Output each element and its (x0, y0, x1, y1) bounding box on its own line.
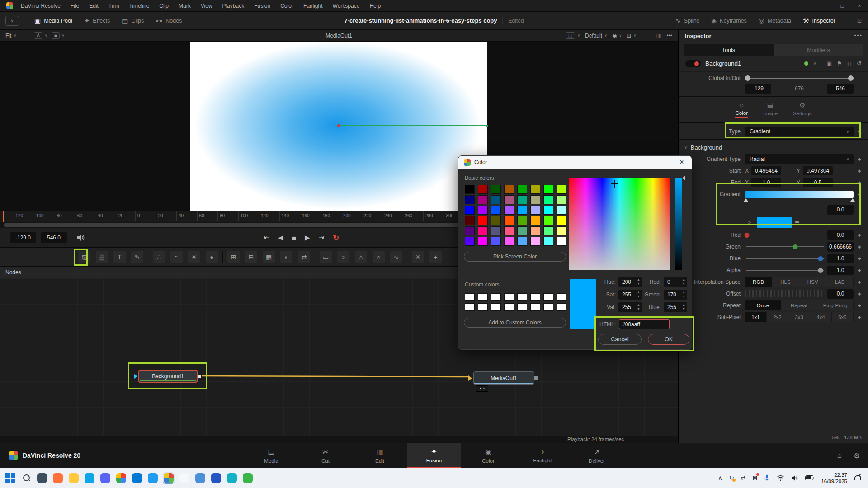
custom-color-swatch[interactable] (530, 293, 540, 301)
m-app-tray-icon[interactable]: M (753, 474, 758, 481)
interpolation-option[interactable]: HSV (799, 277, 826, 287)
taskbar-app-icon[interactable] (115, 472, 127, 484)
basic-color-swatch[interactable] (557, 216, 566, 225)
channel-slider[interactable] (745, 244, 825, 250)
keyframe-diamond-icon[interactable] (854, 280, 865, 284)
start-x-field[interactable]: 0.495454 (751, 166, 781, 175)
fusion-tool-button[interactable]: T (113, 251, 126, 263)
type-dropdown[interactable]: Gradient∨ (745, 127, 854, 136)
subpixel-option[interactable]: 3x3 (788, 312, 810, 322)
basic-color-swatch[interactable] (530, 216, 540, 225)
section-tab[interactable]: ▤ Image (761, 101, 779, 122)
page-tab-fairlight[interactable]: ♪Fairlight (515, 443, 570, 468)
start-y-field[interactable]: 0.497304 (803, 166, 833, 175)
fusion-tool-button[interactable]: ∿ (390, 251, 402, 263)
node-output-port[interactable] (198, 375, 201, 378)
basic-color-swatch[interactable] (557, 206, 566, 215)
play-button[interactable]: ▶ (305, 234, 310, 242)
channel-slider[interactable] (745, 255, 825, 262)
channel-select[interactable]: A∨ (34, 32, 47, 39)
repeat-option[interactable]: Once (745, 300, 781, 310)
gradient-end-handle[interactable] (486, 125, 488, 127)
fusion-tool-button[interactable]: ⊞ (227, 251, 240, 263)
lock-icon[interactable]: ⊓ (847, 60, 852, 67)
global-out-field[interactable]: 546 (827, 84, 854, 94)
custom-color-swatch[interactable] (543, 293, 553, 301)
gradient-preview-image[interactable] (190, 42, 487, 211)
fusion-tool-button[interactable]: ○ (337, 251, 349, 263)
hue-field[interactable]: 200▲▼ (618, 277, 642, 287)
volume-icon[interactable] (791, 475, 798, 481)
go-to-start-button[interactable]: ⇤ (264, 234, 270, 242)
end-x-field[interactable]: 1.0 (751, 178, 781, 187)
menu-item[interactable]: Help (364, 0, 386, 12)
mixer-tray-icon[interactable]: ⇄ (741, 474, 746, 481)
taskbar-app-icon[interactable] (52, 472, 64, 484)
blue-field[interactable]: 255▲▼ (664, 302, 687, 312)
channel-slider[interactable] (745, 232, 825, 238)
basic-color-swatch[interactable] (491, 206, 501, 215)
basic-color-swatch[interactable] (478, 206, 488, 215)
interpolation-option[interactable]: RGB (745, 277, 772, 287)
channel-value-field[interactable]: 0.0 (827, 230, 854, 240)
taskbar-app-icon[interactable] (242, 472, 254, 484)
mediaout1-node[interactable]: MediaOut1 (473, 371, 534, 385)
keyframe-diamond-icon[interactable] (854, 268, 865, 272)
section-tab[interactable]: ◌ Color (733, 101, 749, 122)
fusion-tool-button[interactable]: ⊟ (245, 251, 257, 263)
basic-color-swatch[interactable] (491, 226, 501, 235)
fusion-tool-button[interactable]: ● (206, 251, 218, 263)
viewer-options-menu[interactable]: ••• (666, 33, 672, 39)
menu-item[interactable]: Trim (104, 0, 124, 12)
gradient-control-line[interactable] (339, 125, 487, 126)
pick-screen-color-button[interactable]: Pick Screen Color (464, 252, 566, 262)
add-to-custom-colors-button[interactable]: Add to Custom Colors (464, 318, 566, 328)
playhead[interactable] (3, 211, 4, 222)
spline-button[interactable]: ∿ Spline (669, 12, 705, 30)
basic-color-swatch[interactable] (530, 237, 540, 246)
basic-color-swatch[interactable] (543, 226, 553, 235)
basic-color-swatch[interactable] (517, 185, 527, 194)
fusion-tool-button[interactable]: ✳ (412, 251, 424, 263)
fusion-tool-button[interactable]: △ (355, 251, 367, 263)
tab-modifiers[interactable]: Modifiers (774, 44, 863, 56)
basic-color-swatch[interactable] (465, 237, 475, 246)
expander-arrow-icon[interactable]: > (745, 220, 754, 225)
fusion-tool-button[interactable]: ▒ (96, 251, 108, 263)
custom-color-swatch[interactable] (517, 293, 527, 301)
basic-color-swatch[interactable] (465, 206, 475, 215)
slider-handle[interactable] (818, 256, 823, 261)
basic-color-swatch[interactable] (491, 195, 501, 204)
fusion-tool-button[interactable]: ▦ (263, 251, 275, 263)
basic-color-swatch[interactable] (478, 226, 488, 235)
start-button[interactable] (5, 472, 16, 484)
basic-color-swatch[interactable] (491, 185, 501, 194)
eyedropper-icon[interactable]: ✒ (795, 219, 800, 226)
viewer-assign-badge[interactable] (476, 385, 488, 392)
basic-color-swatch[interactable] (491, 237, 501, 246)
minimize-button[interactable]: – (816, 3, 834, 9)
slider-handle-left[interactable] (745, 75, 750, 81)
basic-color-swatch[interactable] (478, 185, 488, 194)
node-input-port[interactable] (468, 375, 472, 381)
taskbar-app-icon[interactable] (36, 472, 48, 484)
keyframe-diamond-icon[interactable] (854, 291, 865, 296)
basic-color-swatch[interactable] (504, 195, 514, 204)
basic-color-swatch[interactable] (557, 185, 566, 194)
menu-item[interactable]: DaVinci Resolve (16, 0, 66, 12)
taskbar-app-icon[interactable] (210, 472, 222, 484)
go-to-end-button[interactable]: ⇥ (319, 234, 325, 242)
taskbar-app-icon[interactable] (194, 472, 206, 484)
gradient-stop-marker[interactable] (850, 198, 855, 202)
basic-color-swatch[interactable] (504, 185, 514, 194)
picker-crosshair[interactable] (611, 180, 618, 188)
custom-color-swatch[interactable] (517, 303, 527, 311)
lut-select[interactable]: Default∨ (585, 33, 607, 39)
loop-button[interactable]: ↻ (333, 233, 339, 243)
node-output-port[interactable] (534, 376, 538, 380)
background-section-header[interactable]: ∨ Background (679, 141, 868, 153)
fusion-tool-button[interactable]: ▭ (320, 251, 332, 263)
page-tab-fusion[interactable]: ✦Fusion (407, 443, 461, 468)
page-tab-cut[interactable]: ✂Cut (298, 443, 353, 468)
menu-item[interactable]: View (196, 0, 217, 12)
